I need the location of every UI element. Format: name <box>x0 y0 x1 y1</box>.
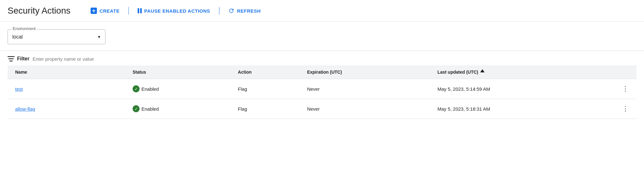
environment-label: Environment <box>11 26 37 31</box>
table-row: allow-flag ✓ Enabled Flag Never May 5, 2… <box>8 99 636 119</box>
filter-input[interactable] <box>33 56 636 62</box>
col-header-action: Action <box>233 65 302 79</box>
svg-marker-3 <box>480 69 485 72</box>
row-more-button[interactable]: ⋮ <box>619 83 631 94</box>
filter-button[interactable]: Filter <box>8 56 29 62</box>
create-icon: + <box>91 8 97 14</box>
table-row: test ✓ Enabled Flag Never May 5, 2023, 5… <box>8 79 636 99</box>
row-last-updated-cell: May 5, 2023, 5:18:31 AM <box>432 99 614 119</box>
col-header-name: Name <box>8 65 128 79</box>
refresh-button[interactable]: REFRESH <box>223 4 266 17</box>
environment-section: Environment local staging production ▼ <box>0 22 644 51</box>
filter-section: Filter Name Status Action Expiration (UT… <box>0 51 644 119</box>
create-button[interactable]: + CREATE <box>86 4 125 17</box>
filter-bar: Filter <box>8 56 636 62</box>
environment-select[interactable]: local staging production <box>8 29 105 44</box>
row-more-actions-cell: ⋮ <box>614 99 636 119</box>
header-actions: + CREATE PAUSE ENABLED ACTIONS REFRESH <box>86 4 266 17</box>
header-divider <box>128 7 129 15</box>
row-more-actions-cell: ⋮ <box>614 79 636 99</box>
col-header-actions-menu <box>614 65 636 79</box>
row-action-cell: Flag <box>233 99 302 119</box>
filter-icon <box>8 56 15 62</box>
header-divider-2 <box>219 7 219 15</box>
filter-label: Filter <box>17 56 29 62</box>
row-last-updated-cell: May 5, 2023, 5:14:59 AM <box>432 79 614 99</box>
table-container: Name Status Action Expiration (UTC) Last… <box>8 65 636 119</box>
row-expiration-cell: Never <box>302 79 432 99</box>
refresh-icon <box>228 8 235 14</box>
col-header-last-updated: Last updated (UTC) <box>432 65 614 79</box>
environment-select-wrapper: Environment local staging production ▼ <box>8 29 105 44</box>
col-header-status: Status <box>128 65 233 79</box>
row-name-link[interactable]: test <box>15 86 23 92</box>
security-actions-table: Name Status Action Expiration (UTC) Last… <box>8 65 636 119</box>
enabled-icon: ✓ <box>133 105 140 112</box>
row-name-cell: allow-flag <box>8 99 128 119</box>
row-status-cell: ✓ Enabled <box>128 79 233 99</box>
col-header-expiration: Expiration (UTC) <box>302 65 432 79</box>
sort-up-icon <box>480 69 485 75</box>
table-header-row: Name Status Action Expiration (UTC) Last… <box>8 65 636 79</box>
row-status-cell: ✓ Enabled <box>128 99 233 119</box>
row-more-button[interactable]: ⋮ <box>619 103 631 114</box>
row-action-cell: Flag <box>233 79 302 99</box>
table-body: test ✓ Enabled Flag Never May 5, 2023, 5… <box>8 79 636 119</box>
page-title: Security Actions <box>8 6 70 16</box>
pause-icon <box>138 8 142 13</box>
row-expiration-cell: Never <box>302 99 432 119</box>
enabled-icon: ✓ <box>133 85 140 92</box>
pause-button[interactable]: PAUSE ENABLED ACTIONS <box>133 5 215 17</box>
row-name-link[interactable]: allow-flag <box>15 106 35 112</box>
row-name-cell: test <box>8 79 128 99</box>
page-header: Security Actions + CREATE PAUSE ENABLED … <box>0 0 644 22</box>
